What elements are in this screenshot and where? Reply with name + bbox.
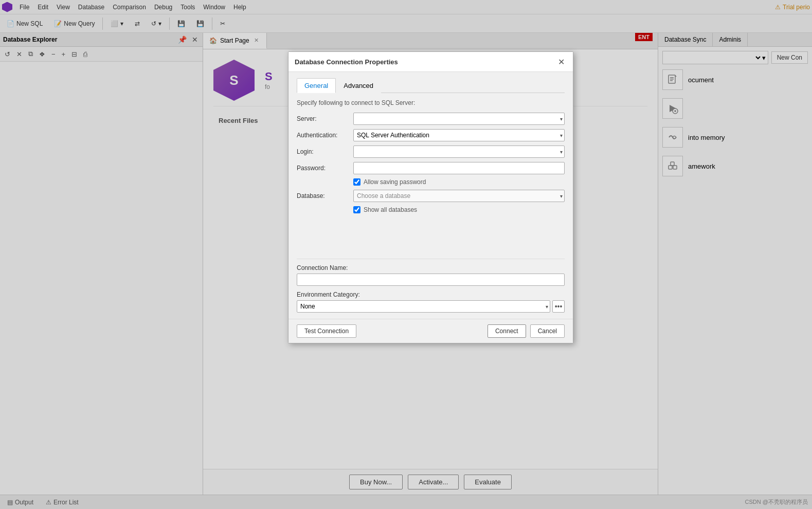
password-input[interactable] [353, 162, 565, 174]
allow-save-password-label: Allow saving password [364, 178, 426, 186]
modal-dialog: Database Connection Properties ✕ General… [288, 51, 573, 343]
auth-select[interactable]: SQL Server Authentication Windows Authen… [353, 129, 565, 141]
show-all-databases-checkbox[interactable] [353, 206, 360, 213]
database-select[interactable]: Choose a database [353, 190, 565, 202]
conn-name-section: Connection Name: [297, 259, 565, 291]
modal-footer: Test Connection Connect Cancel [288, 319, 573, 343]
env-category-section: Environment Category: None ▾ ••• [297, 291, 565, 313]
database-label: Database: [297, 192, 353, 199]
conn-name-label: Connection Name: [297, 264, 565, 271]
modal-spacer [297, 217, 565, 259]
test-connection-button[interactable]: Test Connection [297, 324, 356, 338]
login-input[interactable] [353, 146, 565, 158]
tab-advanced[interactable]: Advanced [336, 78, 381, 93]
login-select-wrapper: ▾ [353, 146, 565, 158]
authentication-row: Authentication: SQL Server Authenticatio… [297, 129, 565, 141]
server-input[interactable] [353, 113, 565, 125]
database-row: Database: Choose a database ▾ [297, 190, 565, 202]
connect-button[interactable]: Connect [488, 324, 526, 338]
modal-description: Specify following to connect to SQL Serv… [297, 99, 565, 106]
database-select-wrapper: Choose a database ▾ [353, 190, 565, 202]
modal-title-bar: Database Connection Properties ✕ [288, 52, 573, 72]
show-all-databases-row: Show all databases [353, 206, 565, 213]
modal-title: Database Connection Properties [295, 58, 398, 66]
show-all-databases-label: Show all databases [364, 206, 417, 213]
footer-spacer [360, 324, 483, 338]
server-row: Server: ▾ [297, 113, 565, 125]
env-category-select[interactable]: None [297, 300, 550, 313]
server-label: Server: [297, 115, 353, 122]
modal-tabs: General Advanced [297, 78, 565, 93]
env-row: None ▾ ••• [297, 300, 565, 313]
auth-select-wrapper: SQL Server Authentication Windows Authen… [353, 129, 565, 141]
allow-save-password-checkbox[interactable] [353, 178, 360, 186]
env-select-wrapper: None ▾ [297, 300, 550, 313]
tab-general[interactable]: General [297, 78, 336, 93]
cancel-button[interactable]: Cancel [530, 324, 565, 338]
conn-name-input[interactable] [297, 274, 565, 286]
login-row: Login: ▾ [297, 146, 565, 158]
password-label: Password: [297, 165, 353, 172]
login-label: Login: [297, 148, 353, 155]
auth-label: Authentication: [297, 132, 353, 139]
env-category-label: Environment Category: [297, 291, 565, 298]
modal-body: General Advanced Specify following to co… [288, 72, 573, 319]
server-select-wrapper: ▾ [353, 113, 565, 125]
password-row: Password: [297, 162, 565, 174]
allow-save-password-row: Allow saving password [353, 178, 565, 186]
modal-close-button[interactable]: ✕ [555, 56, 567, 67]
env-dots-button[interactable]: ••• [552, 300, 565, 313]
